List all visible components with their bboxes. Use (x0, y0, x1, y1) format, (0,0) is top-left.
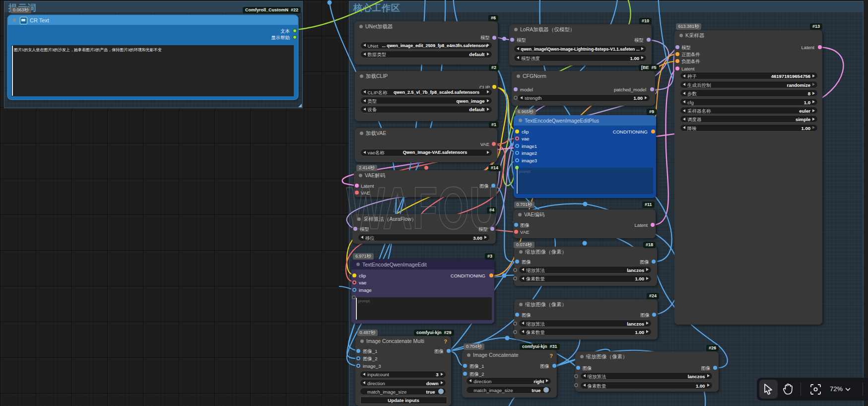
svg-text:WAFOU: WAFOU (346, 174, 499, 242)
